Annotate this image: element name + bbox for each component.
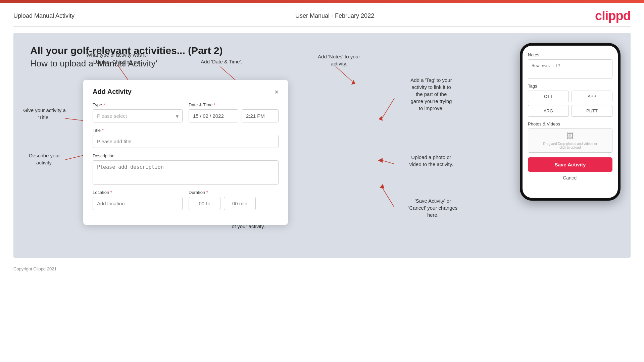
upload-area[interactable]: 🖼 Drag and Drop photos and videos orclic… (528, 128, 612, 153)
photos-label: Photos & Videos (528, 121, 612, 126)
svg-line-14 (381, 98, 394, 120)
annotation-title: Give your activity a'Title'. (17, 107, 72, 121)
date-input[interactable] (189, 109, 238, 122)
header-divider (13, 27, 631, 27)
logo: clippd (595, 9, 631, 23)
location-label: Location * (93, 190, 183, 195)
duration-group: Duration * (189, 190, 279, 210)
annotation-save: 'Save Activity' or'Cancel' your changesh… (393, 197, 473, 218)
dialog-title: Add Activity (93, 88, 132, 96)
duration-inputs (189, 197, 279, 210)
manual-title: User Manual - February 2022 (295, 12, 374, 19)
annotation-activity-type: What type of activity was it?Lesson, Chi… (79, 51, 156, 65)
phone-inner: Notes Tags OTT APP ARG PUTT Photos & Vid… (523, 46, 618, 198)
type-group: Type * Please select (93, 102, 183, 122)
notes-label: Notes (528, 52, 612, 57)
upload-icon: 🖼 (566, 132, 574, 141)
tag-ott[interactable]: OTT (528, 91, 569, 102)
tag-putt[interactable]: PUTT (572, 105, 612, 117)
title-input[interactable] (93, 135, 279, 148)
form-row-type-date: Type * Please select Date & Time * (93, 102, 279, 122)
save-activity-button[interactable]: Save Activity (528, 157, 612, 172)
time-input[interactable] (242, 109, 279, 122)
description-group: Description (93, 153, 279, 185)
title-group: Title * (93, 128, 279, 148)
annotation-description: Describe youractivity. (18, 152, 70, 166)
tags-grid: OTT APP ARG PUTT (528, 91, 612, 117)
description-textarea[interactable] (93, 160, 279, 185)
type-select-wrapper: Please select (93, 109, 183, 122)
svg-marker-19 (380, 184, 384, 189)
form-row-location-duration: Location * Duration * (93, 190, 279, 210)
annotation-notes: Add 'Notes' to youractivity. (302, 53, 376, 67)
header: Upload Manual Activity User Manual - Feb… (0, 3, 644, 27)
duration-label: Duration * (189, 190, 279, 195)
cancel-button[interactable]: Cancel (528, 175, 612, 180)
svg-marker-17 (378, 158, 383, 163)
location-group: Location * (93, 190, 183, 210)
title-label: Title * (93, 128, 279, 133)
close-button[interactable]: × (275, 89, 279, 95)
description-label: Description (93, 153, 279, 158)
location-input[interactable] (93, 197, 183, 210)
tags-label: Tags (528, 84, 612, 89)
datetime-label: Date & Time * (189, 102, 279, 107)
datetime-inputs (189, 109, 279, 122)
svg-line-16 (382, 160, 394, 164)
type-select[interactable]: Please select (93, 109, 183, 122)
top-bar (0, 0, 644, 3)
page-title: Upload Manual Activity (13, 12, 75, 19)
main-content: All your golf-relevant activities... (Pa… (13, 33, 631, 258)
annotation-tags: Add a 'Tag' to youractivity to link it t… (393, 76, 470, 112)
upload-text: Drag and Drop photos and videos orclick … (543, 142, 597, 149)
svg-marker-13 (351, 80, 355, 85)
type-label: Type * (93, 102, 183, 107)
dialog-header: Add Activity × (93, 88, 279, 96)
phone-mockup: Notes Tags OTT APP ARG PUTT Photos & Vid… (520, 43, 621, 201)
duration-hr-input[interactable] (189, 197, 220, 210)
tag-arg[interactable]: ARG (528, 105, 569, 117)
annotation-upload: Upload a photo orvideo to the activity. (393, 154, 470, 168)
tag-app[interactable]: APP (572, 91, 612, 102)
duration-min-input[interactable] (224, 197, 256, 210)
svg-marker-15 (379, 116, 383, 121)
add-activity-dialog: Add Activity × Type * Please select Date… (83, 80, 288, 225)
footer: Copyright Clippd 2021 (0, 264, 644, 274)
annotation-date-time: Add 'Date & Time'. (188, 58, 255, 65)
datetime-group: Date & Time * (189, 102, 279, 122)
copyright: Copyright Clippd 2021 (13, 266, 57, 271)
notes-input[interactable] (528, 59, 612, 79)
